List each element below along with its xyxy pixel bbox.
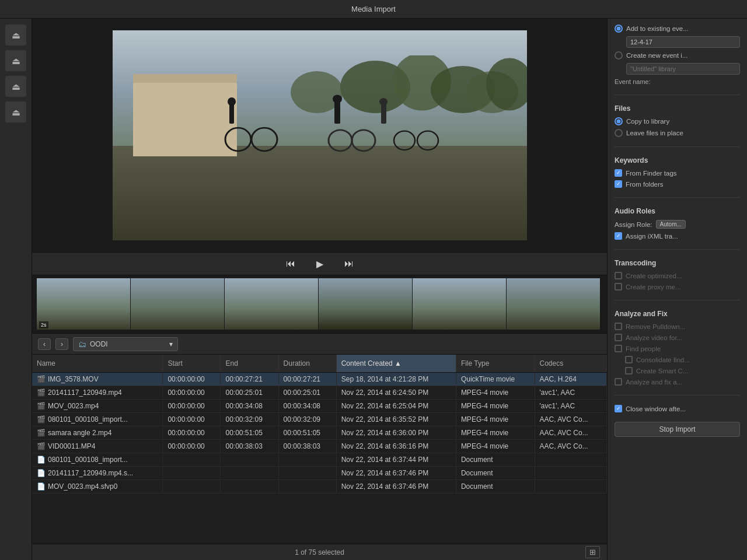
from-finder-label: From Finder tags [626, 170, 677, 177]
remove-pulldown-check[interactable] [615, 323, 622, 330]
film-frame-3[interactable] [225, 278, 318, 330]
remove-pulldown-label: Remove Pulldown... [626, 323, 685, 330]
assign-role-row: Assign Role: Autom... [615, 220, 740, 229]
create-new-event-radio[interactable] [615, 51, 623, 60]
assign-ixml-check[interactable] [615, 232, 622, 240]
svg-point-12 [225, 128, 251, 151]
eject-icon-3[interactable]: ⏏ [5, 76, 26, 97]
cell-codecs: 'avc1', AAC [535, 399, 606, 412]
col-content-created[interactable]: Content Created ▲ [336, 355, 456, 372]
table-row[interactable]: 🎬IMG_3578.MOV 00:00:00:00 00:00:27:21 00… [32, 372, 607, 386]
find-people-row: Find people [615, 345, 740, 352]
from-folders-label: From folders [626, 181, 664, 188]
copy-to-library-radio[interactable] [615, 117, 623, 125]
copy-to-library-label: Copy to library [626, 118, 669, 125]
keywords-section-title: Keywords [615, 156, 740, 164]
new-event-input[interactable] [626, 63, 740, 75]
filmstrip[interactable]: 2s [32, 275, 607, 334]
table-row[interactable]: 🎬080101_000108_import... 00:00:00:00 00:… [32, 412, 607, 426]
play-button[interactable]: ▶ [312, 256, 328, 272]
table-row[interactable]: 🎬samara angle 2.mp4 00:00:00:00 00:00:51… [32, 426, 607, 439]
cell-content-created: Nov 22, 2014 at 6:24:50 PM [336, 386, 456, 399]
file-table-container[interactable]: Name Start End Duration Content Created … [32, 355, 607, 544]
from-finder-check[interactable] [615, 169, 622, 177]
folder-selector[interactable]: 🗂 OODI ▾ [73, 337, 178, 351]
col-file-type[interactable]: File Type [456, 355, 535, 372]
table-row[interactable]: 📄MOV_0023.mp4.sfvp0 Nov 22, 2014 at 6:37… [32, 480, 607, 493]
cell-file-type: MPEG-4 movie [456, 399, 535, 412]
svg-point-11 [379, 98, 388, 106]
eject-icon-4[interactable]: ⏏ [5, 102, 26, 123]
cell-file-type: Document [456, 453, 535, 466]
event-date-input[interactable] [626, 36, 740, 48]
eject-icon-2[interactable]: ⏏ [5, 50, 26, 71]
cell-start: 00:00:00:00 [163, 426, 221, 439]
col-end[interactable]: End [221, 355, 278, 372]
cell-name: 🎬IMG_3578.MOV [32, 372, 163, 386]
film-frame-4[interactable] [319, 278, 412, 330]
film-frame-2[interactable] [131, 278, 224, 330]
svg-rect-10 [381, 103, 386, 124]
from-folders-check[interactable] [615, 180, 622, 188]
cell-name: 📄20141117_120949.mp4.s... [32, 466, 163, 480]
table-row[interactable]: 🎬VID00011.MP4 00:00:00:00 00:00:38:03 00… [32, 439, 607, 453]
table-row[interactable]: 🎬20141117_120949.mp4 00:00:00:00 00:00:2… [32, 386, 607, 399]
audio-roles-section: Audio Roles Assign Role: Autom... Assign… [615, 207, 740, 240]
consolidate-check[interactable] [625, 356, 633, 363]
col-start[interactable]: Start [163, 355, 221, 372]
cell-name: 📄080101_000108_import... [32, 453, 163, 466]
consolidate-row: Consolidate find... [625, 356, 740, 363]
cell-duration [278, 480, 336, 493]
create-proxy-check[interactable] [615, 283, 622, 290]
cell-end [221, 453, 278, 466]
close-window-check[interactable] [615, 405, 622, 412]
skip-forward-button[interactable]: ⏭ [340, 256, 358, 271]
col-duration[interactable]: Duration [278, 355, 336, 372]
cell-file-type: Document [456, 480, 535, 493]
film-frame-5[interactable] [413, 278, 506, 330]
eject-icon-1[interactable]: ⏏ [5, 24, 26, 46]
keywords-section: Keywords From Finder tags From folders [615, 156, 740, 188]
analyze-video-check[interactable] [615, 334, 622, 341]
add-to-existing-radio[interactable] [615, 24, 623, 33]
cell-content-created: Nov 22, 2014 at 6:25:04 PM [336, 399, 456, 412]
svg-point-13 [252, 128, 277, 151]
nav-back-button[interactable]: ‹ [38, 338, 51, 350]
film-frame-6[interactable] [507, 278, 600, 330]
skip-back-button[interactable]: ⏮ [281, 256, 300, 271]
table-row[interactable]: 🎬MOV_0023.mp4 00:00:00:00 00:00:34:08 00… [32, 399, 607, 412]
assign-role-label: Assign Role: [615, 221, 652, 228]
cell-duration [278, 466, 336, 480]
col-codecs[interactable]: Codecs [535, 355, 606, 372]
leave-files-radio[interactable] [615, 129, 623, 137]
create-optimized-check[interactable] [615, 272, 622, 279]
close-window-label: Close window afte... [626, 405, 686, 412]
col-name[interactable]: Name [32, 355, 163, 372]
cell-end [221, 466, 278, 480]
add-to-existing-row: Add to existing eve... [615, 24, 740, 33]
stop-import-button[interactable]: Stop Import [615, 422, 740, 437]
assign-ixml-label: Assign iXML tra... [626, 233, 678, 240]
cell-name: 🎬VID00011.MP4 [32, 439, 163, 453]
table-row[interactable]: 📄080101_000108_import... Nov 22, 2014 at… [32, 453, 607, 466]
assign-role-value[interactable]: Autom... [656, 220, 686, 229]
grid-view-button[interactable]: ⊞ [585, 546, 600, 558]
analyze-fix-check[interactable] [615, 378, 622, 386]
cell-duration: 00:00:32:09 [278, 412, 336, 426]
table-row[interactable]: 📄20141117_120949.mp4.s... Nov 22, 2014 a… [32, 466, 607, 480]
transcoding-section: Transcoding Create optimized... Create p… [615, 259, 740, 290]
cell-end [221, 480, 278, 493]
analyze-fix-title: Analyze and Fix [615, 310, 740, 318]
cell-end: 00:00:38:03 [221, 439, 278, 453]
cell-codecs: AAC, AVC Co... [535, 426, 606, 439]
cell-codecs [535, 480, 606, 493]
folder-dropdown-icon: ▾ [169, 340, 173, 348]
nav-forward-button[interactable]: › [55, 338, 68, 350]
cell-name: 🎬MOV_0023.mp4 [32, 399, 163, 412]
cell-name: 🎬samara angle 2.mp4 [32, 426, 163, 439]
film-frame-1[interactable]: 2s [37, 278, 130, 330]
create-smart-check[interactable] [625, 367, 633, 374]
find-people-check[interactable] [615, 345, 622, 352]
video-preview [32, 19, 607, 252]
cell-file-type: QuickTime movie [456, 372, 535, 386]
